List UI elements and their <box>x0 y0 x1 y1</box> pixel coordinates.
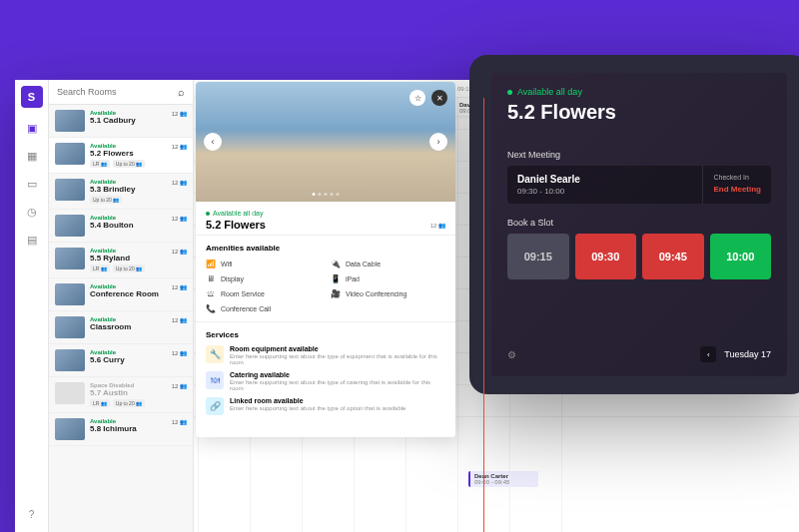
room-item[interactable]: Available 5.1 Cadbury 12 👥 <box>49 105 193 138</box>
service-icon: 🔧 <box>206 345 224 363</box>
icon-sidebar: S ▣ ▦ ▭ ◷ ▤ ? <box>15 80 49 532</box>
amenity-icon: 🔌 <box>331 259 341 268</box>
search-bar: ⌕ <box>49 80 193 105</box>
nav-clock-icon[interactable]: ◷ <box>24 204 40 220</box>
room-item[interactable]: Available Classroom 12 👥 <box>49 311 193 344</box>
detail-status: Available all day <box>206 210 445 217</box>
service-desc: Enter here supporting text about the typ… <box>230 379 445 391</box>
room-sidebar: ⌕ Available 5.1 Cadbury 12 👥 Available 5… <box>49 80 194 532</box>
room-item[interactable]: Space Disabled 5.7 Austin LR 👥Up to 20 👥… <box>49 377 193 413</box>
amenities-heading: Amenities available <box>206 244 445 253</box>
room-name: Conference Room <box>90 289 167 298</box>
current-date: Tuesday 17 <box>724 349 771 359</box>
room-tag: Up to 20 👥 <box>113 265 145 272</box>
tablet-device: Available all day 5.2 Flowers Next Meeti… <box>469 55 799 394</box>
room-name: 5.4 Boulton <box>90 221 167 230</box>
search-icon[interactable]: ⌕ <box>178 86 185 98</box>
room-item[interactable]: Available 5.3 Brindley Up to 20 👥 12 👥 <box>49 174 193 210</box>
services-list: 🔧 Room equipment available Enter here su… <box>206 345 445 415</box>
prev-image-button[interactable]: ‹ <box>204 133 222 151</box>
service-item: 🔧 Room equipment available Enter here su… <box>206 345 445 365</box>
room-capacity: 12 👥 <box>172 418 187 440</box>
slot-button[interactable]: 09:30 <box>575 234 637 279</box>
detail-title: 5.2 Flowers 12 👥 <box>206 219 445 231</box>
room-capacity: 12 👥 <box>172 316 187 338</box>
room-thumbnail <box>55 248 85 269</box>
nav-calendar-icon[interactable]: ▦ <box>24 148 40 164</box>
room-thumbnail <box>55 382 85 404</box>
room-detail-card: ‹ › ☆ ✕ Available all day 5.2 Flowers 12… <box>196 82 455 437</box>
slot-button[interactable]: 09:45 <box>642 234 704 279</box>
settings-icon[interactable]: ⚙ <box>507 349 516 360</box>
room-item[interactable]: Available 5.5 Ryland LR 👥Up to 20 👥 12 👥 <box>49 243 193 278</box>
room-tag: LR 👥 <box>90 265 110 272</box>
room-name: 5.7 Austin <box>90 388 167 397</box>
favorite-button[interactable]: ☆ <box>409 90 425 106</box>
prev-day-button[interactable]: ‹ <box>700 346 716 362</box>
room-item[interactable]: Available 5.8 Ichimura 12 👥 <box>49 413 193 446</box>
room-thumbnail <box>55 283 85 305</box>
checked-in-label: Checked In <box>713 174 761 181</box>
end-meeting-button[interactable]: End Meeting <box>713 185 761 194</box>
room-name: 5.2 Flowers <box>90 149 167 158</box>
room-thumbnail <box>55 349 85 371</box>
room-item[interactable]: Available 5.2 Flowers LR 👥Up to 20 👥 12 … <box>49 138 193 174</box>
service-icon: 🍽 <box>206 371 224 389</box>
slot-button[interactable]: 09:15 <box>507 234 569 279</box>
room-capacity: 12 👥 <box>172 215 187 237</box>
room-capacity: 12 👥 <box>172 179 187 204</box>
room-name: 5.8 Ichimura <box>90 424 167 433</box>
room-item[interactable]: Available 5.4 Boulton 12 👥 <box>49 210 193 243</box>
hero-image: ‹ › ☆ ✕ <box>196 82 455 202</box>
room-item[interactable]: Available 5.6 Curry 12 👥 <box>49 344 193 377</box>
nav-rooms-icon[interactable]: ▣ <box>24 120 40 136</box>
room-name: 5.5 Ryland <box>90 254 167 263</box>
amenity-item: 🖥Display <box>206 273 321 283</box>
room-capacity: 12 👥 <box>172 110 187 132</box>
service-title: Catering available <box>230 371 445 378</box>
amenity-item: 📶Wifi <box>206 259 321 268</box>
amenities-list: 📶Wifi🔌Data Cable🖥Display📱iPad🛎Room Servi… <box>206 259 445 313</box>
amenity-item: 📱iPad <box>331 273 445 283</box>
amenity-icon: 📱 <box>331 273 341 283</box>
service-desc: Enter here supporting text about the typ… <box>230 353 445 365</box>
logo[interactable]: S <box>21 86 43 108</box>
tablet-title: 5.2 Flowers <box>507 101 771 124</box>
room-thumbnail <box>55 418 85 440</box>
event-card[interactable]: Dean Carter 09:00 - 09:45 <box>468 471 538 487</box>
room-list: Available 5.1 Cadbury 12 👥 Available 5.2… <box>49 105 193 532</box>
nav-reports-icon[interactable]: ▤ <box>24 232 40 248</box>
amenity-icon: 🎥 <box>331 288 341 298</box>
search-input[interactable] <box>57 87 178 97</box>
amenity-icon: 🛎 <box>206 288 216 298</box>
service-desc: Enter here supporting text about the typ… <box>230 405 405 411</box>
room-capacity: 12 👥 <box>172 382 187 407</box>
next-image-button[interactable]: › <box>429 133 447 151</box>
room-tag: LR 👥 <box>90 399 110 407</box>
room-item[interactable]: Available Conference Room 12 👥 <box>49 278 193 311</box>
services-heading: Services <box>206 330 445 339</box>
slot-button[interactable]: 10:00 <box>710 234 772 279</box>
room-tag: LR 👥 <box>90 160 110 168</box>
slot-list: 09:15 09:30 09:45 10:00 <box>507 234 771 279</box>
room-tag: Up to 20 👥 <box>113 399 145 407</box>
meeting-card[interactable]: Daniel Searle 09:30 - 10:00 Checked In E… <box>507 166 771 204</box>
meeting-name: Daniel Searle <box>517 174 692 185</box>
room-tag: Up to 20 👥 <box>90 196 122 204</box>
room-name: 5.3 Brindley <box>90 185 167 194</box>
now-indicator <box>483 98 484 532</box>
service-item: 🔗 Linked room available Enter here suppo… <box>206 397 445 415</box>
amenity-item: 🔌Data Cable <box>331 259 445 268</box>
room-capacity: 12 👥 <box>172 143 187 168</box>
help-icon[interactable]: ? <box>24 506 40 522</box>
carousel-dots <box>313 193 340 196</box>
service-title: Room equipment available <box>230 345 445 352</box>
nav-briefcase-icon[interactable]: ▭ <box>24 176 40 192</box>
next-meeting-label: Next Meeting <box>507 150 771 160</box>
room-name: 5.1 Cadbury <box>90 116 167 125</box>
meeting-time: 09:30 - 10:00 <box>517 187 692 196</box>
amenity-icon: 🖥 <box>206 273 216 283</box>
close-button[interactable]: ✕ <box>431 90 447 106</box>
room-tag: Up to 20 👥 <box>113 160 145 168</box>
book-slot-label: Book a Slot <box>507 218 771 228</box>
